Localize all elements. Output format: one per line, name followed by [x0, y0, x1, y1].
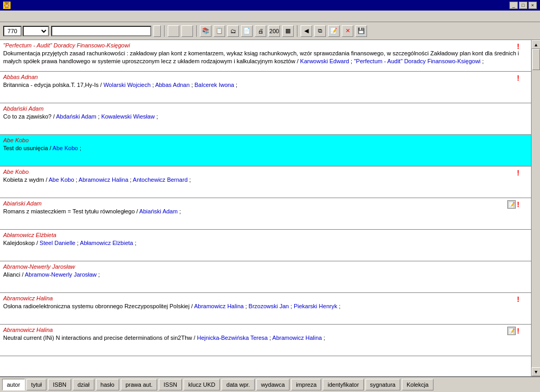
link[interactable]: Piekarski Henryk: [294, 303, 338, 309]
toolbar-btn-delete[interactable]: ✕: [342, 25, 353, 37]
tab-tytuł[interactable]: tytuł: [26, 379, 46, 390]
scroll-down-button[interactable]: ▼: [532, 367, 540, 376]
link[interactable]: Abbas Adnan: [155, 82, 189, 88]
menu-zapytanie[interactable]: [34, 15, 40, 17]
tab-sygnatura[interactable]: sygnatura: [365, 379, 400, 390]
toolbar-btn-2[interactable]: 📋: [214, 25, 225, 37]
entry-text-1: Dokumentacja przyjętych zasad rachunkowo…: [3, 50, 528, 66]
entry-text-3: Co to za zjawisko? / Abdański Adam ; Kow…: [3, 113, 528, 121]
tab-kolekcja[interactable]: Kolekcja: [402, 379, 433, 390]
toolbar-btn-4[interactable]: 📄: [241, 25, 253, 37]
catalog-entry-5[interactable]: !Abe KoboKobieta z wydm / Abe Kobo ; Abr…: [0, 166, 531, 198]
note-icon: 📝: [507, 327, 516, 335]
entry-text-9: Osłona radioelektroniczna systemu obronn…: [3, 302, 528, 310]
scroll-thumb[interactable]: [532, 49, 540, 70]
tab-hasło[interactable]: hasło: [96, 379, 119, 390]
entry-author-9: Abramowicz Halina: [3, 295, 528, 301]
title-bar-left: 🦉: [3, 2, 13, 9]
tab-impreza[interactable]: impreza: [291, 379, 321, 390]
add-button[interactable]: [168, 25, 179, 37]
tab-klucz-ukd[interactable]: klucz UKD: [184, 379, 220, 390]
toolbar-btn-7[interactable]: ▦: [282, 25, 294, 37]
toolbar-btn-10[interactable]: 📝: [328, 25, 340, 37]
link[interactable]: Wolarski Wojciech: [103, 82, 150, 88]
entry-text-5: Kobieta z wydm / Abe Kobo ; Abramowicz H…: [3, 176, 528, 184]
link[interactable]: "Perfectum - Audit" Doradcy Finansowo-Ks…: [354, 58, 480, 64]
catalog-entry-2[interactable]: !Abbas AdnanBritannica - edycja polska.T…: [0, 72, 531, 103]
exclaim-icon: !: [517, 74, 519, 82]
entry-text-10: Neutral current (INi) N interactions and…: [3, 334, 528, 342]
menu-katalog[interactable]: [2, 15, 8, 17]
entry-author-6: Abiański Adam: [3, 200, 528, 207]
toolbar-btn-9[interactable]: ⧉: [314, 25, 326, 37]
link[interactable]: Steel Danielle: [40, 240, 75, 246]
toolbar-btn-8[interactable]: ◀: [301, 25, 312, 37]
entry-author-7: Abłamowicz Elżbieta: [3, 232, 528, 238]
link[interactable]: Abramow-Newerly Jarosław: [25, 271, 97, 278]
catalog-entry-3[interactable]: Abdański AdamCo to za zjawisko? / Abdańs…: [0, 103, 531, 135]
link[interactable]: Abramowicz Halina: [79, 177, 128, 183]
exclaim-icon: !: [517, 295, 519, 303]
maximize-button[interactable]: □: [519, 2, 527, 9]
entry-text-6: Romans z miasteczkiem = Test tytułu równ…: [3, 208, 528, 215]
toolbar-btn-6[interactable]: 200: [268, 25, 280, 37]
app-icon: 🦉: [3, 2, 11, 9]
tab-prawa-aut.[interactable]: prawa aut.: [121, 379, 157, 390]
link[interactable]: Abe Kobo: [53, 145, 78, 151]
entry-author-8: Abramow-Newerly Jarosław: [3, 263, 528, 270]
tab-wydawca[interactable]: wydawca: [256, 379, 290, 390]
link[interactable]: Abdański Adam: [56, 113, 96, 120]
tab-data-wpr.[interactable]: data wpr.: [221, 379, 255, 390]
goto-select[interactable]: [23, 26, 49, 36]
scrollbar[interactable]: ▲ ▼: [531, 40, 540, 376]
tab-autor[interactable]: autor: [2, 379, 25, 390]
toolbar-btn-3[interactable]: 🗂: [227, 25, 239, 37]
link[interactable]: Abłamowicz Elżbieta: [80, 240, 133, 246]
tab-isbn[interactable]: ISBN: [48, 379, 71, 390]
goto-input[interactable]: [3, 26, 22, 36]
menu-format[interactable]: [13, 15, 19, 17]
minimize-button[interactable]: _: [509, 2, 518, 9]
title-bar-buttons: _ □ ×: [509, 2, 537, 9]
remove-button[interactable]: [181, 25, 193, 37]
link[interactable]: Brzozowski Jan: [248, 303, 288, 309]
link[interactable]: Abe Kobo: [49, 177, 74, 183]
search-button[interactable]: [153, 25, 161, 37]
menu-rekord[interactable]: [23, 15, 30, 17]
scroll-up-button[interactable]: ▲: [532, 40, 540, 49]
menu-zestawienie[interactable]: [44, 15, 51, 17]
catalog-entry-9[interactable]: !Abramowicz HalinaOsłona radioelektronic…: [0, 293, 531, 325]
link[interactable]: Abiański Adam: [139, 208, 178, 214]
separator-1: [164, 25, 165, 37]
separator-3: [297, 25, 297, 37]
link[interactable]: Abramowicz Halina: [194, 303, 244, 309]
catalog-entry-7[interactable]: Abłamowicz ElżbietaKalejdoskop / Steel D…: [0, 230, 531, 261]
toolbar-btn-1[interactable]: 📚: [200, 25, 211, 37]
catalog-entry-4[interactable]: Abe KoboTest do usunięcia / Abe Kobo ;: [0, 135, 531, 166]
link[interactable]: Antochewicz Bernard: [133, 177, 188, 183]
search-input[interactable]: [51, 26, 151, 36]
close-button[interactable]: ×: [528, 2, 537, 9]
catalog-entry-10[interactable]: 📝!Abramowicz HalinaNeutral current (INi)…: [0, 325, 531, 356]
exclaim-icon: !: [517, 42, 519, 51]
tab-identyfikator[interactable]: identyfikator: [323, 379, 363, 390]
tab-dział[interactable]: dział: [73, 379, 94, 390]
entry-author-2: Abbas Adnan: [3, 74, 528, 80]
link[interactable]: Kowalewski Wiesław: [101, 113, 155, 120]
main-container: !"Perfectum - Audit" Doradcy Finansowo-K…: [0, 40, 540, 376]
link[interactable]: Balcerek Iwona: [195, 82, 234, 88]
link[interactable]: Karwowski Edward: [300, 58, 349, 64]
link[interactable]: Abramowicz Halina: [272, 335, 322, 341]
catalog-entry-1[interactable]: !"Perfectum - Audit" Doradcy Finansowo-K…: [0, 40, 531, 72]
catalog-entry-8[interactable]: Abramow-Newerly JarosławAlianci / Abramo…: [0, 261, 531, 293]
catalog-entry-6[interactable]: 📝!Abiański AdamRomans z miasteczkiem = T…: [0, 198, 531, 230]
menu-pomoc[interactable]: [55, 15, 61, 17]
tab-issn[interactable]: ISSN: [159, 379, 182, 390]
entry-icons-10: 📝!: [507, 327, 519, 335]
goto-group: [2, 26, 49, 36]
entry-author-1: "Perfectum - Audit" Doradcy Finansowo-Ks…: [3, 42, 528, 48]
toolbar-btn-5[interactable]: 🖨: [255, 25, 266, 37]
toolbar-btn-11[interactable]: 💾: [355, 25, 367, 37]
entry-text-4: Test do usunięcia / Abe Kobo ;: [3, 144, 528, 152]
link[interactable]: Hejnicka-Bezwińska Teresa: [197, 335, 267, 341]
